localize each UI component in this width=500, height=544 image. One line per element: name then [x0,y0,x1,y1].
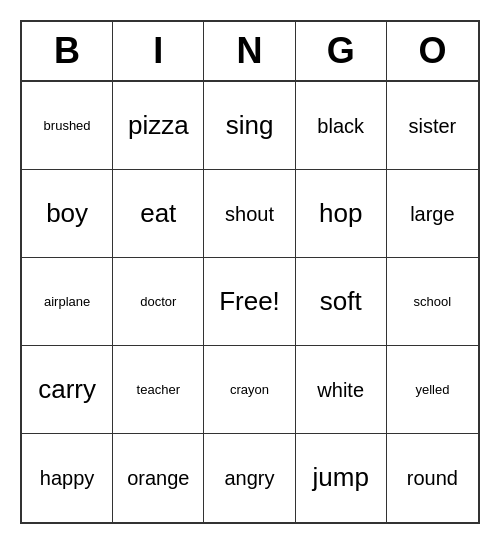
cell-text: carry [38,374,96,405]
bingo-cell[interactable]: jump [296,434,387,522]
header-letter: G [296,22,387,80]
cell-text: yelled [415,382,449,398]
header-letter: N [204,22,295,80]
bingo-cell[interactable]: white [296,346,387,434]
cell-text: happy [40,466,95,490]
bingo-grid: brushedpizzasingblacksisterboyeatshoutho… [22,82,478,522]
header-letter: O [387,22,478,80]
bingo-cell[interactable]: orange [113,434,204,522]
bingo-cell[interactable]: brushed [22,82,113,170]
cell-text: white [317,378,364,402]
bingo-cell[interactable]: happy [22,434,113,522]
bingo-cell[interactable]: pizza [113,82,204,170]
cell-text: brushed [44,118,91,134]
cell-text: sing [226,110,274,141]
cell-text: eat [140,198,176,229]
cell-text: hop [319,198,362,229]
bingo-cell[interactable]: school [387,258,478,346]
cell-text: Free! [219,286,280,317]
bingo-cell[interactable]: crayon [204,346,295,434]
bingo-cell[interactable]: Free! [204,258,295,346]
cell-text: orange [127,466,189,490]
cell-text: boy [46,198,88,229]
bingo-cell[interactable]: soft [296,258,387,346]
cell-text: black [317,114,364,138]
cell-text: angry [224,466,274,490]
cell-text: jump [313,462,369,493]
cell-text: crayon [230,382,269,398]
cell-text: airplane [44,294,90,310]
bingo-cell[interactable]: black [296,82,387,170]
cell-text: large [410,202,454,226]
bingo-cell[interactable]: boy [22,170,113,258]
cell-text: sister [408,114,456,138]
header-letter: B [22,22,113,80]
bingo-cell[interactable]: sing [204,82,295,170]
cell-text: school [414,294,452,310]
bingo-cell[interactable]: round [387,434,478,522]
bingo-cell[interactable]: sister [387,82,478,170]
bingo-cell[interactable]: large [387,170,478,258]
bingo-cell[interactable]: eat [113,170,204,258]
bingo-cell[interactable]: carry [22,346,113,434]
bingo-cell[interactable]: yelled [387,346,478,434]
bingo-cell[interactable]: teacher [113,346,204,434]
cell-text: shout [225,202,274,226]
cell-text: doctor [140,294,176,310]
cell-text: round [407,466,458,490]
bingo-cell[interactable]: airplane [22,258,113,346]
bingo-cell[interactable]: shout [204,170,295,258]
cell-text: soft [320,286,362,317]
bingo-cell[interactable]: angry [204,434,295,522]
bingo-cell[interactable]: hop [296,170,387,258]
cell-text: teacher [137,382,180,398]
header-letter: I [113,22,204,80]
bingo-header: BINGO [22,22,478,82]
bingo-card: BINGO brushedpizzasingblacksisterboyeats… [20,20,480,524]
bingo-cell[interactable]: doctor [113,258,204,346]
cell-text: pizza [128,110,189,141]
